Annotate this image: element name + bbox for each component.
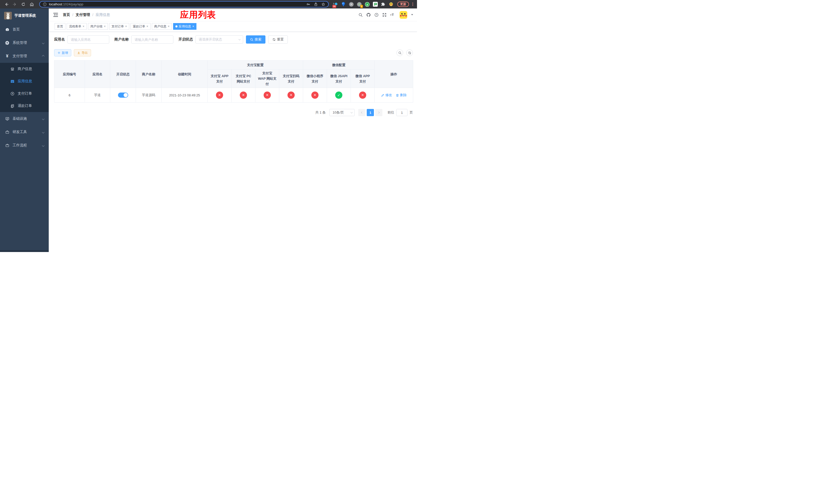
search-button[interactable]: 搜索 (246, 36, 265, 44)
url-text: localhost:1024/pay/app (49, 2, 83, 6)
search-icon (250, 38, 254, 41)
page-annotation-title: 应用列表 (180, 9, 216, 21)
tab-pay-order[interactable]: 支付订单× (109, 23, 129, 30)
share-icon[interactable] (314, 2, 318, 6)
add-button[interactable]: 新增 (54, 49, 71, 56)
close-icon[interactable]: × (104, 25, 106, 28)
col-header-ops: 操作 (375, 61, 413, 88)
avatar-caret-icon[interactable] (411, 14, 413, 15)
tab-process-form[interactable]: 流程表单× (67, 23, 87, 30)
status-select[interactable]: 请选择开启状态 (195, 36, 243, 44)
tab-refund-order[interactable]: 退款订单× (131, 23, 151, 30)
sidebar-item-home[interactable]: 首页 (0, 23, 49, 36)
reload-icon[interactable] (21, 2, 26, 7)
col-header-created: 创建时间 (161, 61, 208, 88)
sidebar-item-label: 商户信息 (18, 67, 32, 71)
status-select-placeholder: 请选择开启状态 (199, 37, 239, 42)
user-avatar[interactable] (399, 11, 407, 19)
forward-icon[interactable] (13, 2, 17, 7)
extension-balloon-icon[interactable] (341, 2, 346, 7)
sidebar-collapse-bar[interactable] (0, 250, 49, 252)
dashboard-icon (5, 27, 10, 32)
status-label: 开启状态 (178, 37, 193, 42)
site-info-icon[interactable] (43, 2, 47, 6)
tab-app-info[interactable]: 应用信息× (173, 23, 196, 30)
sidebar-item-infrastructure[interactable]: 基础设施 (0, 112, 49, 125)
breadcrumb-payment[interactable]: 支付管理 (76, 13, 90, 17)
delete-link[interactable]: 删除 (396, 93, 407, 97)
col-header-alipay-wap: 支付宝 WAP 网站支付 (256, 69, 279, 88)
browser-menu-icon[interactable] (411, 3, 414, 6)
tab-merchant-info[interactable]: 商户信息× (152, 23, 172, 30)
toggle-search-button[interactable] (396, 49, 403, 56)
sidebar-fold-icon[interactable] (52, 12, 59, 18)
svg-text:?: ? (376, 14, 377, 16)
close-icon[interactable]: × (168, 25, 170, 28)
tab-home[interactable]: 首页 (54, 23, 65, 30)
tags-view-bar: 首页 流程表单× 用户分组× 支付订单× 退款订单× 商户信息× 应用信息× (49, 21, 417, 32)
extension-recorder-icon[interactable]: 1 (357, 2, 362, 7)
bookmark-star-icon[interactable] (321, 2, 325, 6)
edit-link[interactable]: 修改 (381, 93, 392, 97)
yen-icon: ¥ (5, 53, 10, 59)
app-logo[interactable]: 芋道管理系统 (0, 8, 49, 23)
sidebar-item-workflow[interactable]: 工作流程 (0, 139, 49, 152)
sidebar-item-dev-tools[interactable]: 研发工具 (0, 125, 49, 139)
browser-update-button[interactable]: 更新 (397, 2, 409, 7)
home-icon[interactable] (29, 2, 34, 7)
fullscreen-icon[interactable] (382, 13, 387, 17)
sidebar-item-merchant-info[interactable]: 商户信息 (0, 63, 49, 75)
search-form: 应用名 商户名称 开启状态 请选择开启状态 搜索 重置 (54, 36, 413, 44)
extension-y-icon[interactable]: y (365, 2, 370, 7)
col-header-status: 开启状态 (110, 61, 136, 88)
search-icon (398, 51, 402, 54)
help-icon[interactable]: ? (374, 13, 379, 17)
yen-circle-icon: ¥ (10, 91, 15, 96)
profile-avatar-pikachu[interactable] (389, 2, 394, 7)
page-number-button[interactable]: 1 (367, 109, 374, 116)
tab-user-group[interactable]: 用户分组× (88, 23, 108, 30)
sidebar-item-pay-order[interactable]: ¥ 支付订单 (0, 87, 49, 100)
config-status-badge (264, 92, 271, 99)
goto-page-input[interactable] (396, 109, 408, 116)
sidebar-item-refund-order[interactable]: 退款订单 (0, 100, 49, 112)
svg-text:T: T (392, 13, 394, 17)
url-bar[interactable]: localhost:1024/pay/app (39, 1, 329, 7)
extension-chat-icon[interactable] (373, 2, 378, 7)
search-icon[interactable] (358, 13, 363, 17)
prev-page-button[interactable] (358, 109, 366, 116)
sidebar-item-label: 应用信息 (18, 79, 32, 84)
col-header-wx-jsapi: 微信 JSAPI 支付 (327, 69, 351, 88)
merchant-name-label: 商户名称 (114, 37, 129, 42)
github-icon[interactable] (366, 13, 371, 17)
close-icon[interactable]: × (147, 25, 148, 28)
col-header-merchant: 商户名称 (136, 61, 161, 88)
page-size-select[interactable]: 10条/页 (329, 109, 355, 116)
extension-sprite-icon[interactable]: 10 (333, 2, 338, 7)
close-icon[interactable]: × (125, 25, 127, 28)
trash-icon (396, 94, 399, 97)
config-status-badge (216, 92, 223, 99)
sidebar-item-payment[interactable]: ¥ 支付管理 (0, 49, 49, 63)
col-header-wx-app: 微信 APP 支付 (351, 69, 375, 88)
sidebar-item-app-info[interactable]: 应用信息 (0, 75, 49, 87)
extension-command-icon[interactable]: ⌘ (349, 2, 354, 7)
status-toggle[interactable] (118, 93, 128, 98)
sidebar-item-label: 研发工具 (13, 130, 27, 134)
sidebar-item-label: 支付订单 (18, 91, 32, 96)
export-button[interactable]: 导出 (74, 49, 91, 56)
back-icon[interactable] (4, 2, 9, 7)
close-icon[interactable]: × (192, 25, 194, 28)
reset-button[interactable]: 重置 (268, 36, 288, 44)
close-icon[interactable]: × (83, 25, 84, 28)
font-size-icon[interactable]: TT (390, 13, 395, 17)
app-name-input[interactable] (67, 36, 109, 44)
extensions-puzzle-icon[interactable] (380, 2, 386, 7)
sidebar-item-system[interactable]: 系统管理 (0, 36, 49, 49)
refresh-table-button[interactable] (406, 49, 413, 56)
password-key-icon[interactable] (306, 2, 310, 6)
merchant-name-input[interactable] (131, 36, 173, 44)
sidebar-item-label: 工作流程 (13, 143, 27, 148)
breadcrumb-home[interactable]: 首页 (63, 13, 70, 17)
next-page-button[interactable] (375, 109, 382, 116)
